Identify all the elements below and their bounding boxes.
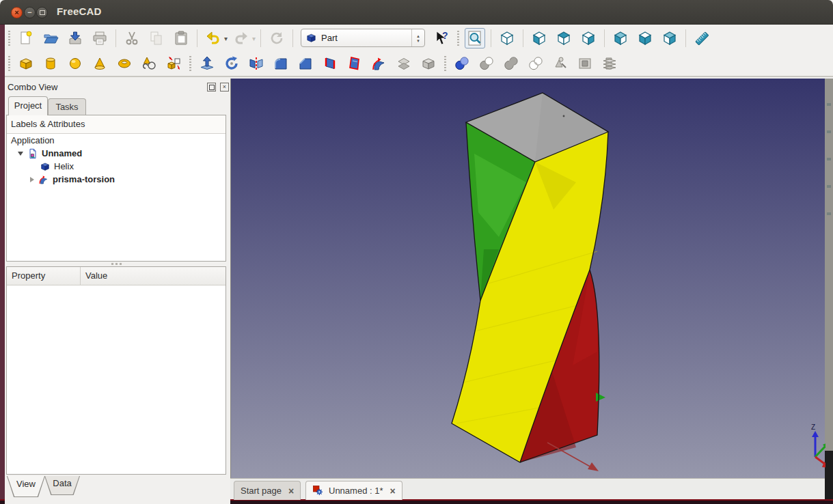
- window-minimize-button[interactable]: −: [24, 7, 36, 18]
- cut-boolean-button[interactable]: [476, 53, 497, 74]
- check-geometry-button[interactable]: [550, 53, 571, 74]
- tab-data[interactable]: Data: [44, 476, 80, 495]
- loft-icon: [346, 55, 363, 72]
- paste-button[interactable]: [171, 28, 191, 48]
- toolbar-grip[interactable]: [457, 31, 459, 46]
- tab-start-page[interactable]: Start page ×: [234, 481, 301, 500]
- revolve-button[interactable]: [221, 53, 242, 74]
- save-button[interactable]: [65, 28, 85, 48]
- offset-button[interactable]: [394, 53, 414, 74]
- box-button[interactable]: [16, 53, 36, 74]
- intersection-button[interactable]: [525, 53, 546, 74]
- check-geometry-icon: [552, 55, 569, 72]
- primitives-dialog-button[interactable]: [139, 53, 159, 74]
- view-front-button[interactable]: [529, 28, 549, 48]
- whats-this-button[interactable]: ?: [431, 28, 452, 48]
- spinner-arrows-icon[interactable]: ▴▾: [411, 29, 424, 46]
- measure-distance-button[interactable]: [692, 28, 712, 48]
- panel-float-button[interactable]: [207, 83, 216, 92]
- toolbar-separator: [523, 29, 523, 47]
- refresh-icon: [269, 30, 285, 46]
- cylinder-icon: [42, 55, 59, 72]
- toolbar-separator: [685, 29, 686, 47]
- open-folder-button[interactable]: [40, 28, 61, 48]
- view-rear-icon: [612, 30, 629, 46]
- view-rear-button[interactable]: [610, 28, 631, 48]
- chamfer-button[interactable]: [295, 53, 316, 74]
- tab-view[interactable]: View: [7, 476, 45, 497]
- document-icon: [27, 148, 38, 159]
- combo-view-title: Combo View: [8, 82, 57, 92]
- loft-button[interactable]: [344, 53, 365, 74]
- tree-item-prisma-torsion[interactable]: prisma-torsion: [7, 173, 226, 186]
- copy-icon: [148, 30, 165, 46]
- toolbar-grip[interactable]: [8, 56, 10, 71]
- view-axonometric-button[interactable]: [497, 28, 517, 48]
- cross-sections-button[interactable]: [599, 53, 620, 74]
- desktop-strip-right-bottom: [825, 451, 833, 504]
- view-left-button[interactable]: [659, 28, 680, 48]
- property-column-header[interactable]: Property: [7, 267, 81, 285]
- print-button[interactable]: [90, 28, 110, 48]
- paste-icon: [173, 30, 189, 46]
- value-column-header[interactable]: Value: [81, 267, 226, 285]
- combo-view-panel: Combo View × Project Tasks Labels & Attr…: [5, 77, 230, 504]
- refresh-button: [267, 28, 287, 48]
- tab-project[interactable]: Project: [8, 96, 48, 115]
- view-right-icon: [580, 30, 597, 46]
- view-right-button[interactable]: [578, 28, 599, 48]
- toolbar-grip[interactable]: [189, 56, 191, 71]
- tree-item-helix[interactable]: Helix: [7, 160, 226, 173]
- origin-y-arrow-icon: [596, 393, 605, 402]
- section-button[interactable]: [575, 53, 595, 74]
- close-tab-icon[interactable]: ×: [390, 486, 396, 496]
- thickness-icon: [420, 55, 437, 72]
- workbench-selector[interactable]: Part▴▾: [301, 29, 425, 47]
- dropdown-arrow-icon[interactable]: ▾: [224, 33, 228, 42]
- view-top-button[interactable]: [554, 28, 574, 48]
- boolean-button[interactable]: [452, 53, 472, 74]
- cut-button[interactable]: [122, 28, 142, 48]
- cylinder-button[interactable]: [40, 53, 61, 74]
- sweep-button[interactable]: [369, 53, 390, 74]
- fit-all-button[interactable]: [465, 28, 485, 48]
- ruled-surface-button[interactable]: [320, 53, 340, 74]
- panel-close-button[interactable]: ×: [220, 83, 229, 92]
- 3d-viewport[interactable]: Z Y X: [230, 79, 825, 478]
- tab-tasks[interactable]: Tasks: [48, 98, 86, 115]
- save-icon: [67, 30, 83, 46]
- expand-arrow-icon[interactable]: [18, 152, 23, 156]
- new-file-button[interactable]: [16, 28, 36, 48]
- torus-button[interactable]: [114, 53, 135, 74]
- window-close-button[interactable]: ×: [11, 7, 23, 18]
- measure-distance-icon: [694, 30, 710, 46]
- shape-builder-button[interactable]: [163, 53, 184, 74]
- sweep-feature-icon: [38, 174, 49, 185]
- undo-icon: [205, 30, 221, 46]
- fillet-button[interactable]: [271, 53, 291, 74]
- sphere-button[interactable]: [65, 53, 85, 74]
- close-tab-icon[interactable]: ×: [288, 486, 294, 496]
- tree-root-application[interactable]: Application: [7, 134, 226, 147]
- mirror-button[interactable]: [246, 53, 267, 74]
- panel-splitter[interactable]: [6, 262, 226, 266]
- extrude-button[interactable]: [197, 53, 217, 74]
- chamfer-icon: [297, 55, 314, 72]
- collapse-arrow-icon[interactable]: [30, 177, 34, 182]
- tab-unnamed-document[interactable]: Unnamed : 1* ×: [305, 481, 402, 500]
- thickness-button[interactable]: [418, 53, 439, 74]
- dropdown-arrow-icon: ▾: [252, 33, 256, 42]
- cone-button[interactable]: [90, 53, 110, 74]
- print-icon: [92, 30, 108, 46]
- tree-item-unnamed[interactable]: Unnamed: [7, 147, 226, 160]
- undo-button[interactable]: [203, 28, 223, 48]
- cut-icon: [124, 30, 140, 46]
- desktop-strip-right: [825, 79, 833, 451]
- axis-label-z: Z: [811, 423, 815, 431]
- toolbar-grip[interactable]: [444, 56, 446, 71]
- cut-boolean-icon: [478, 55, 495, 72]
- view-bottom-button[interactable]: [635, 28, 655, 48]
- toolbar-grip[interactable]: [8, 31, 10, 46]
- union-button[interactable]: [501, 53, 521, 74]
- window-maximize-button[interactable]: [36, 7, 48, 18]
